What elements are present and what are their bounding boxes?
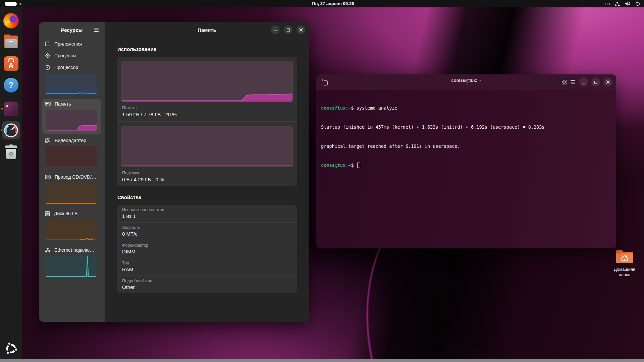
home-folder-shortcut[interactable]: Домашняя папка (610, 248, 639, 277)
swap-usage-value: 0 Б / 4.29 ГБ · 0 % (122, 177, 292, 182)
sidebar-item-memory[interactable]: Память (42, 99, 101, 134)
terminal-close-button[interactable] (603, 78, 612, 86)
close-icon (299, 28, 303, 32)
dock-item-files[interactable] (0, 32, 22, 53)
disk-mini-graph (46, 219, 97, 240)
terminal-body[interactable]: comss@tux:~$ systemd-analyze Startup fin… (316, 90, 616, 248)
terminal-cursor (357, 163, 360, 168)
window-controls (271, 25, 305, 34)
minimize-button[interactable] (271, 25, 280, 34)
ethernet-icon (45, 248, 50, 252)
top-bar: Пн, 27 апреля 09:28 en (0, 0, 644, 7)
dock-item-firefox[interactable] (0, 10, 22, 32)
dock-item-trash[interactable]: ♻ (0, 141, 22, 163)
desktop-screen: Пн, 27 апреля 09:28 en A (0, 0, 644, 362)
memory-usage-graph (121, 61, 293, 102)
maximize-button[interactable] (284, 25, 292, 34)
resources-content: Использование Память 1.59 ГБ / 7.78 ГБ ·… (105, 38, 309, 293)
home-folder-label: Домашняя папка (610, 267, 639, 277)
running-indicator-dot (1, 108, 3, 110)
help-icon: ? (4, 78, 18, 93)
dock-separator (5, 97, 17, 97)
gpu-icon (45, 138, 51, 143)
terminal-line: comss@tux:~$ systemd-analyze (321, 105, 611, 111)
page-title: Память (198, 27, 216, 33)
swap-usage-graph (121, 126, 293, 167)
close-button[interactable] (297, 25, 305, 34)
memory-usage-value: 1.59 ГБ / 7.78 ГБ · 20 % (122, 112, 292, 117)
gpu-mini-graph (46, 146, 97, 167)
usage-section-title: Использование (117, 46, 297, 52)
dock-item-app-center[interactable]: A (0, 53, 22, 74)
ubuntu-logo-icon (5, 342, 17, 355)
memory-icon (45, 102, 51, 106)
dock-item-help[interactable]: ? (0, 74, 22, 96)
clock[interactable]: Пн, 27 апреля 09:28 (22, 1, 644, 6)
status-area[interactable]: en (605, 0, 640, 7)
files-icon (3, 36, 19, 49)
memory-usage-block: Память 1.59 ГБ / 7.78 ГБ · 20 % (117, 57, 297, 121)
network-icon[interactable] (615, 2, 620, 6)
gauge-icon (4, 123, 18, 138)
dock: A ? >_ ♻ (0, 7, 22, 362)
apps-icon (45, 41, 50, 47)
cpu-mini-graph (46, 73, 97, 94)
disk-icon (45, 211, 50, 216)
disc-drive-icon (45, 175, 51, 179)
power-icon[interactable] (635, 1, 640, 6)
volume-icon[interactable] (625, 1, 630, 6)
property-row-type: Тип RAM (117, 258, 297, 276)
terminal-command: systemd-analyze (357, 105, 397, 111)
memory-mini-graph (46, 110, 97, 131)
trash-icon: ♻ (5, 144, 17, 159)
bottom-edge-strip (0, 359, 644, 362)
property-row-form-factor: Форм-фактор DIMM (117, 240, 297, 258)
terminal-subtitle: ~ (451, 83, 481, 86)
terminal-line: comss@tux:~$ (321, 162, 611, 169)
ethernet-mini-graph (46, 256, 97, 277)
sidebar-item-cdrom[interactable]: Привод CD/DVD/… (42, 172, 101, 207)
close-icon (606, 80, 610, 84)
home-folder-icon (615, 248, 634, 264)
hamburger-menu-button[interactable] (92, 25, 101, 34)
resources-headerbar: Память (105, 22, 309, 38)
resources-sidebar: Ресурсы Приложения Процессы (39, 22, 105, 322)
sidebar-item-apps[interactable]: Приложения (42, 39, 101, 50)
sidebar-item-gpu[interactable]: Видеоадаптер (42, 135, 101, 171)
dock-item-terminal[interactable]: >_ (0, 98, 22, 120)
app-center-icon: A (4, 56, 18, 71)
swap-usage-label: Подкачка (122, 171, 292, 175)
minimize-icon (274, 31, 277, 31)
keyboard-layout-indicator[interactable]: en (605, 1, 610, 6)
property-row-slots: Использовано слотов 1 из 1 (117, 205, 297, 223)
memory-usage-label: Память (122, 106, 292, 110)
terminal-minimize-button[interactable] (579, 78, 588, 86)
activities-workspace-pill[interactable] (5, 2, 17, 6)
maximize-icon (287, 28, 290, 32)
sidebar-item-ethernet[interactable]: Ethernet подклю… (42, 245, 101, 281)
maximize-icon (594, 81, 597, 84)
terminal-title-block: comss@tux: ~ ~ (451, 78, 481, 86)
sidebar-item-cpu[interactable]: Процессор (42, 62, 101, 98)
dock-item-show-apps[interactable] (0, 338, 22, 359)
dock-item-mission-center[interactable] (0, 120, 22, 141)
tab-overview-icon[interactable] (562, 80, 567, 84)
properties-section-title: Свойства (117, 194, 297, 200)
cpu-icon (45, 65, 50, 70)
processes-icon (45, 53, 50, 58)
resources-window: Ресурсы Приложения Процессы (39, 22, 309, 322)
sidebar-header: Ресурсы (39, 22, 105, 38)
terminal-headerbar: + comss@tux: ~ ~ (316, 74, 616, 90)
sidebar-item-disk[interactable]: Диск 86 ГБ (42, 208, 101, 244)
swap-usage-block: Подкачка 0 Б / 4.29 ГБ · 0 % (117, 122, 297, 186)
terminal-line: Startup finished in 457ms (kernel) + 1.6… (321, 124, 611, 130)
terminal-maximize-button[interactable] (591, 78, 600, 86)
resources-main-pane: Память Использование Память 1.59 ГБ / 7.… (105, 22, 309, 322)
new-tab-button[interactable]: + (321, 79, 328, 85)
terminal-menu-icon[interactable] (571, 80, 575, 84)
workspace-dot[interactable] (19, 3, 21, 5)
terminal-header-actions (562, 78, 612, 86)
terminal-window: + comss@tux: ~ ~ comss@tux:~$ systemd-an… (316, 74, 616, 248)
sidebar-item-processes[interactable]: Процессы (42, 51, 101, 61)
property-row-speed: Скорость 0 МТ/с (117, 223, 297, 240)
